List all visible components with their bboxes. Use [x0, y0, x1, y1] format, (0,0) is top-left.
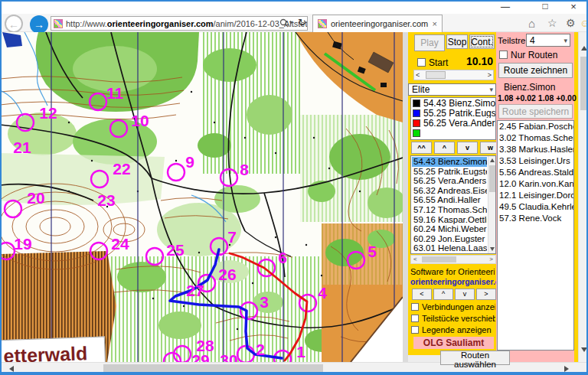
select-routes-button[interactable]: Routen auswählen	[440, 351, 510, 365]
legend-color-swatch	[413, 109, 420, 117]
vscroll-thumb[interactable]	[580, 57, 587, 110]
leg-select[interactable]: 4 ▾	[526, 34, 570, 47]
url-dropdown-icon[interactable]: ▾	[289, 19, 292, 26]
start-checkbox[interactable]	[417, 58, 426, 67]
favorites-star-icon[interactable]: ☆	[547, 17, 557, 29]
control-number-12: 12	[39, 104, 57, 122]
scroll-left-icon[interactable]	[9, 366, 14, 372]
splits-listbox[interactable]: 2.45 Fabian.Poschel3.02 Thomas.Schere3.3…	[497, 120, 574, 351]
scroll-down-icon[interactable]	[490, 247, 495, 251]
legende-checkbox[interactable]	[411, 326, 419, 334]
split-row[interactable]: 12.0 Karin.von.Kanel	[498, 178, 573, 190]
runner-row[interactable]: 59.16 Kaspar.Oettli	[412, 215, 487, 225]
split-row[interactable]: 3.38 Markus.Hasler	[498, 144, 573, 155]
start-label: Start	[429, 57, 448, 68]
control-number-29: 29	[191, 351, 209, 362]
split-row[interactable]: 5.56 Andreas.Stalder	[498, 167, 573, 178]
runner-row[interactable]: 60.24 Michi.Weber	[412, 224, 487, 234]
legend-row[interactable]	[411, 138, 495, 140]
settings-gear-icon[interactable]: ⚙	[566, 17, 576, 29]
legend-row[interactable]: 56.25 Vera.Anders	[411, 118, 495, 128]
home-icon[interactable]: ⌂	[528, 17, 535, 30]
control-number-9: 9	[185, 153, 194, 171]
runner-row[interactable]: 56.25 Vera.Anders	[412, 176, 487, 186]
runner-listbox[interactable]: 54.43 Bienz.Simon55.25 Patrik.Eugster56.…	[410, 155, 496, 254]
hscroll-left-icon[interactable]: <	[413, 256, 417, 262]
teilstuecke-checkbox-label: Teilstücke verschieben	[422, 314, 495, 323]
split-row[interactable]: 12.1 Leisinger.Dorott	[498, 190, 573, 201]
runner-row[interactable]: 56.32 Andreas.Eisen	[412, 186, 487, 196]
runner-row[interactable]: 54.43 Bienz.Simon	[412, 157, 487, 167]
continue-button[interactable]: Cont.	[469, 34, 495, 49]
split-row[interactable]: 2.45 Fabian.Poschel	[498, 121, 573, 132]
teilstuecke-checkbox[interactable]	[411, 315, 419, 322]
search-icon[interactable]	[279, 18, 289, 28]
split-row[interactable]: 3.53 Leisinger.Urs	[498, 155, 573, 167]
verbindungen-checkbox[interactable]	[411, 303, 419, 311]
scroll-up-icon[interactable]	[581, 46, 587, 51]
back-button[interactable]: ←	[5, 15, 23, 33]
pan-right-button[interactable]: >	[476, 289, 496, 300]
legend-listbox[interactable]: 54.43 Bienz.Simon55.25 Patrik.Eugster56.…	[410, 97, 496, 140]
control-number-2: 2	[256, 341, 265, 358]
smiley-feedback-icon[interactable]: ☺	[580, 17, 588, 29]
control-number-6: 6	[278, 249, 287, 266]
map-area[interactable]: 111210212292023819242572627635428230129 …	[0, 32, 403, 362]
pan-down-button[interactable]: v	[455, 289, 475, 300]
scroll-down-icon[interactable]	[581, 347, 587, 352]
legend-row[interactable]: 54.43 Bienz.Simon	[411, 98, 495, 108]
list-nav-button-[interactable]: ^^	[411, 142, 432, 154]
nur-routen-checkbox[interactable]	[499, 51, 508, 59]
stop-button[interactable]: Stop	[446, 34, 468, 49]
pan-left-button[interactable]: <	[412, 289, 432, 300]
runner-scroll-thumb[interactable]	[489, 165, 495, 192]
split-row[interactable]: 3.02 Thomas.Schere	[498, 132, 573, 144]
minimize-button[interactable]: —	[499, 2, 511, 12]
close-button[interactable]: ×	[567, 1, 580, 12]
list-nav-button-[interactable]: ^	[434, 142, 455, 154]
list-nav-button-v[interactable]: v	[457, 142, 478, 154]
hscroll-right-icon[interactable]: >	[489, 256, 493, 262]
browser-tab[interactable]: orienteeringorganiser.com ×	[312, 15, 443, 32]
runner-row[interactable]: 55.25 Patrik.Eugster	[412, 167, 487, 177]
hscroll-thumb[interactable]	[422, 256, 456, 262]
address-bar[interactable]: http://www.orienteeringorganiser.com/ani…	[51, 16, 308, 31]
slider-left-icon[interactable]: <	[416, 71, 420, 79]
runner-row[interactable]: 60.29 Jon.Eugster	[412, 234, 487, 244]
control-number-3: 3	[260, 293, 269, 311]
url-scheme: http://www.	[66, 19, 107, 28]
runner-row[interactable]: 56.55 Andi.Haller	[412, 195, 487, 205]
runner-row[interactable]: 57.12 Thomas.Scher	[412, 205, 487, 215]
tab-title: orienteeringorganiser.com	[331, 19, 428, 28]
legend-color-swatch	[413, 139, 420, 141]
forward-button[interactable]: →	[30, 15, 48, 34]
legend-row[interactable]	[411, 128, 495, 138]
runner-list-hscrollbar[interactable]: < >	[410, 255, 496, 264]
refresh-icon[interactable]: ↻	[298, 17, 306, 28]
class-select[interactable]: Elite ▾	[408, 83, 496, 96]
tab-close-icon[interactable]: ×	[433, 19, 437, 28]
time-slider[interactable]: < >	[413, 70, 494, 80]
pan-up-button[interactable]: ^	[433, 289, 453, 300]
hscroll-thumb[interactable]	[103, 364, 323, 372]
runner-row[interactable]: 63.01 Helena.Laasch	[412, 243, 487, 253]
draw-route-button[interactable]: Route zeichnen	[498, 63, 573, 78]
legend-label: 56.25 Vera.Anders	[423, 118, 495, 128]
split-row[interactable]: 49.5 Claudia.Kehrle	[498, 201, 573, 213]
legend-row[interactable]: 55.25 Patrik.Eugster	[411, 108, 495, 118]
slider-thumb[interactable]	[426, 71, 446, 79]
runner-list-scrollbar[interactable]	[488, 156, 495, 253]
scroll-right-icon[interactable]	[564, 366, 569, 372]
control-number-10: 10	[131, 112, 149, 129]
split-row[interactable]: 57.3 Rene.Vock	[498, 213, 573, 224]
play-button[interactable]: Play	[414, 34, 445, 51]
control-number-1: 1	[296, 343, 305, 360]
scroll-up-icon[interactable]	[490, 158, 495, 162]
legend-color-swatch	[413, 119, 420, 127]
maximize-button[interactable]: □	[539, 1, 551, 11]
class-select-value: Elite	[412, 84, 430, 95]
control-number-22: 22	[113, 160, 130, 178]
slider-right-icon[interactable]: >	[488, 71, 492, 79]
save-route-button[interactable]: Route speichern	[498, 104, 573, 119]
vertical-scrollbar[interactable]	[578, 32, 588, 362]
